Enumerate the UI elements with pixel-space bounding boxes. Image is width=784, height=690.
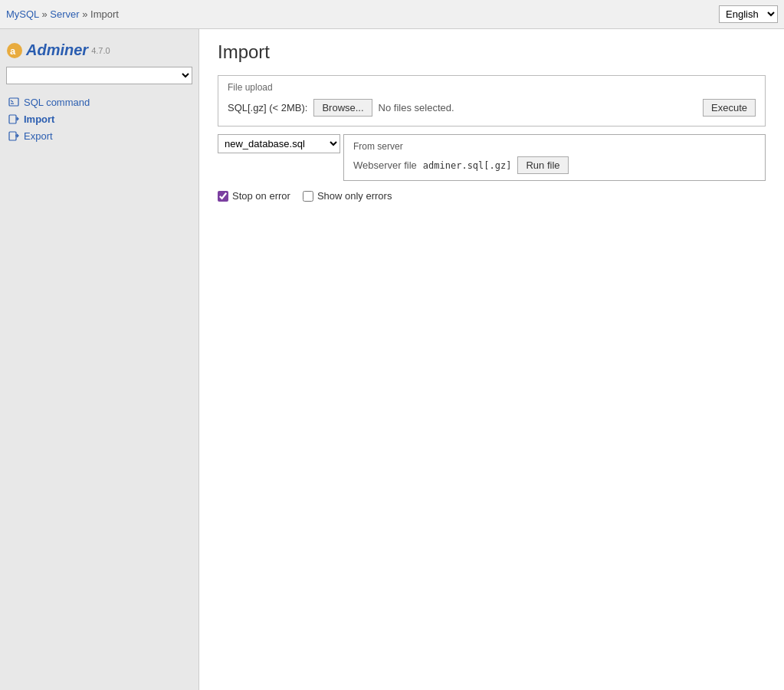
no-files-text: No files selected. <box>379 102 454 113</box>
language-selector-container: English Czech German French Spanish Russ… <box>719 5 778 23</box>
svg-rect-2 <box>9 98 18 106</box>
svg-line-3 <box>11 100 13 102</box>
export-label: Export <box>24 130 53 142</box>
breadcrumb-sep1: » <box>41 8 50 20</box>
sidebar-nav: SQL command Import Export <box>0 89 198 149</box>
breadcrumb: MySQL » Server » Import <box>6 8 119 20</box>
file-upload-legend: File upload <box>228 82 756 93</box>
webserver-row: Webserver file adminer.sql[.gz] Run file <box>353 156 756 174</box>
run-file-button[interactable]: Run file <box>517 156 568 174</box>
sidebar-item-import[interactable]: Import <box>6 110 192 127</box>
from-server-legend: From server <box>353 141 756 152</box>
import-icon <box>8 113 20 125</box>
logo-area: a Adminer 4.7.0 <box>0 35 198 62</box>
svg-rect-5 <box>9 115 16 123</box>
import-label: Import <box>24 113 54 125</box>
file-upload-row: SQL[.gz] (< 2MB): Browse... No files sel… <box>228 99 756 117</box>
stop-on-error-label[interactable]: Stop on error <box>218 190 290 202</box>
options-row: Stop on error Show only errors <box>218 190 766 202</box>
execute-button[interactable]: Execute <box>703 99 756 117</box>
breadcrumb-sep2: » <box>82 8 90 20</box>
db-dropdown[interactable] <box>6 67 192 84</box>
breadcrumb-db-link[interactable]: MySQL <box>6 8 39 20</box>
svg-text:a: a <box>10 45 16 57</box>
webserver-label: Webserver file <box>353 159 417 171</box>
sql-command-label: SQL command <box>24 97 90 108</box>
file-upload-section: File upload SQL[.gz] (< 2MB): Browse... … <box>218 75 766 127</box>
sidebar-item-export[interactable]: Export <box>6 127 192 144</box>
stop-on-error-checkbox[interactable] <box>218 191 228 202</box>
webserver-code: adminer.sql[.gz] <box>423 160 512 171</box>
adminer-logo-icon: a <box>6 42 23 59</box>
db-selector-container <box>0 62 198 89</box>
show-only-errors-label[interactable]: Show only errors <box>303 190 392 202</box>
stop-on-error-text: Stop on error <box>232 190 290 202</box>
sql-label: SQL[.gz] (< 2MB): <box>228 102 307 113</box>
from-server-box: From server Webserver file adminer.sql[.… <box>343 134 766 181</box>
breadcrumb-current: Import <box>90 8 119 20</box>
page-title: Import <box>218 41 766 63</box>
export-icon <box>8 130 20 142</box>
sidebar-item-sql-command[interactable]: SQL command <box>6 94 192 110</box>
adminer-logo-text: Adminer <box>26 41 88 59</box>
language-select[interactable]: English Czech German French Spanish Russ… <box>719 5 778 23</box>
svg-rect-7 <box>9 132 16 140</box>
breadcrumb-server-link[interactable]: Server <box>50 8 79 20</box>
from-server-section: new_database.sql From server Webserver f… <box>218 134 766 181</box>
adminer-version: 4.7.0 <box>91 46 110 55</box>
file-select-dropdown[interactable]: new_database.sql <box>218 134 340 153</box>
show-only-errors-checkbox[interactable] <box>303 191 313 202</box>
terminal-icon <box>8 96 20 108</box>
show-only-errors-text: Show only errors <box>317 190 392 202</box>
browse-button[interactable]: Browse... <box>313 99 372 117</box>
